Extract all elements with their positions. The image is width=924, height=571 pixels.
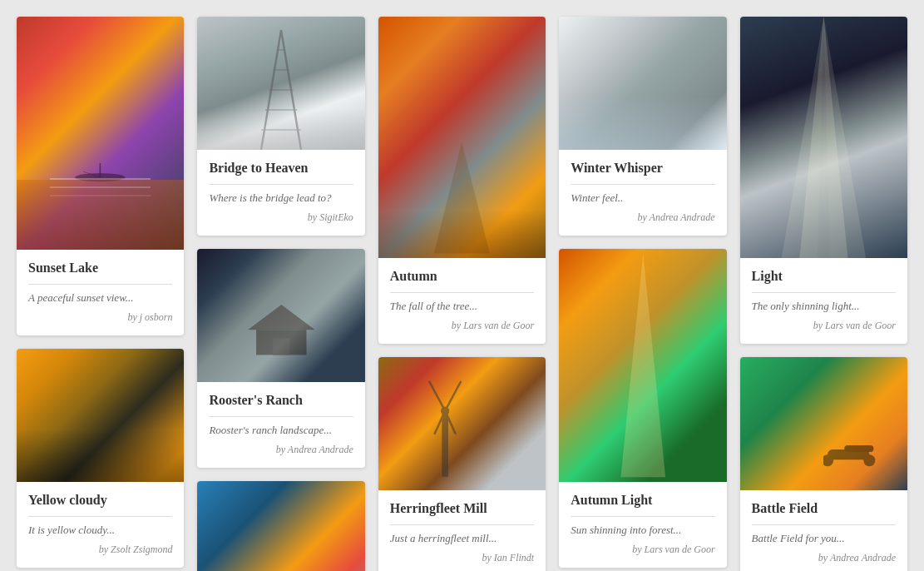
- card-author-autumn: by Lars van de Goor: [390, 320, 534, 332]
- card-winter-whisper[interactable]: Winter Whisper Winter feel.. by Andrea A…: [559, 17, 726, 236]
- card-title-winter-whisper: Winter Whisper: [571, 160, 714, 185]
- card-body-light: Light The only shinning light... by Lars…: [740, 258, 907, 344]
- card-body-winter-whisper: Winter Whisper Winter feel.. by Andrea A…: [559, 150, 726, 236]
- card-body-bridge-to-heaven: Bridge to Heaven Where is the bridge lea…: [197, 150, 364, 236]
- card-roosters-ranch[interactable]: Rooster's Ranch Rooster's ranch landscap…: [197, 249, 364, 468]
- card-description-battle-field: Battle Field for you...: [752, 532, 896, 545]
- card-description-sunset-lake: A peaceful sunset view...: [28, 291, 172, 305]
- card-title-autumn-light: Autumn Light: [571, 492, 714, 517]
- card-description-light: The only shinning light...: [752, 300, 896, 313]
- card-image-roosters-ranch: [197, 249, 364, 382]
- svg-marker-20: [620, 254, 665, 478]
- card-image-bridge-to-heaven: [197, 17, 364, 150]
- card-image-light: [740, 17, 907, 258]
- card-body-roosters-ranch: Rooster's Ranch Rooster's ranch landscap…: [197, 382, 364, 468]
- card-description-autumn: The fall of the tree...: [390, 300, 534, 313]
- card-title-light: Light: [752, 268, 896, 293]
- card-body-yellow-cloudy: Yellow cloudy It is yellow cloudy... by …: [17, 482, 184, 568]
- card-image-sundays-sunset: [197, 481, 364, 571]
- card-author-roosters-ranch: by Andrea Andrade: [209, 444, 353, 456]
- card-title-herringfleet-mill: Herringfleet Mill: [390, 500, 534, 525]
- card-body-sunset-lake: Sunset Lake A peaceful sunset view... by…: [17, 250, 184, 335]
- card-author-herringfleet-mill: by Ian Flindt: [390, 552, 534, 564]
- card-image-autumn-light: [559, 249, 726, 482]
- card-description-yellow-cloudy: It is yellow cloudy...: [28, 524, 172, 537]
- svg-line-17: [445, 381, 461, 411]
- card-author-sunset-lake: by j osborn: [28, 311, 172, 324]
- card-author-winter-whisper: by Andrea Andrade: [571, 211, 714, 224]
- svg-rect-14: [442, 413, 448, 477]
- card-image-herringfleet-mill: [378, 357, 546, 490]
- card-author-yellow-cloudy: by Zsolt Zsigmond: [28, 544, 172, 556]
- photo-grid: Sunset Lake A peaceful sunset view... by…: [17, 17, 907, 571]
- card-title-autumn: Autumn: [390, 268, 534, 293]
- card-title-yellow-cloudy: Yellow cloudy: [28, 492, 172, 517]
- card-autumn[interactable]: Autumn The fall of the tree... by Lars v…: [378, 17, 546, 344]
- card-title-battle-field: Battle Field: [752, 500, 896, 525]
- svg-rect-12: [273, 339, 289, 355]
- card-body-autumn-light: Autumn Light Sun shinning into forest...…: [559, 482, 726, 568]
- card-sunset-lake[interactable]: Sunset Lake A peaceful sunset view... by…: [17, 17, 184, 335]
- card-herringfleet-mill[interactable]: Herringfleet Mill Just a herringfleet mi…: [378, 357, 546, 571]
- svg-marker-22: [782, 17, 824, 258]
- svg-marker-10: [248, 305, 315, 330]
- card-image-sunset-lake: [17, 17, 184, 250]
- card-image-battle-field: [740, 357, 907, 490]
- card-image-yellow-cloudy: [17, 349, 184, 482]
- svg-marker-23: [823, 17, 866, 258]
- card-body-autumn: Autumn The fall of the tree... by Lars v…: [378, 258, 546, 344]
- card-bridge-to-heaven[interactable]: Bridge to Heaven Where is the bridge lea…: [197, 17, 364, 236]
- card-battle-field[interactable]: Battle Field Battle Field for you... by …: [740, 357, 907, 571]
- card-body-battle-field: Battle Field Battle Field for you... by …: [740, 490, 907, 571]
- card-title-roosters-ranch: Rooster's Ranch: [209, 392, 353, 417]
- card-image-autumn: [378, 17, 546, 258]
- card-description-roosters-ranch: Rooster's ranch landscape...: [209, 424, 353, 437]
- svg-rect-27: [844, 445, 873, 452]
- card-description-herringfleet-mill: Just a herringfleet mill...: [390, 532, 534, 545]
- card-autumn-light[interactable]: Autumn Light Sun shinning into forest...…: [559, 249, 726, 568]
- card-author-battle-field: by Andrea Andrade: [752, 552, 896, 564]
- card-description-autumn-light: Sun shinning into forest...: [571, 524, 714, 537]
- svg-point-26: [864, 454, 876, 466]
- card-author-autumn-light: by Lars van de Goor: [571, 544, 714, 556]
- card-light[interactable]: Light The only shinning light... by Lars…: [740, 17, 907, 344]
- card-body-herringfleet-mill: Herringfleet Mill Just a herringfleet mi…: [378, 490, 546, 571]
- card-yellow-cloudy[interactable]: Yellow cloudy It is yellow cloudy... by …: [17, 349, 184, 568]
- card-description-winter-whisper: Winter feel..: [571, 191, 714, 205]
- card-description-bridge-to-heaven: Where is the bridge lead to?: [209, 191, 353, 205]
- svg-line-16: [429, 381, 445, 411]
- card-author-bridge-to-heaven: by SigitEko: [209, 211, 353, 224]
- card-sundays-sunset[interactable]: Sundays Sunset ... by Zsolt Zsigmond: [197, 481, 364, 571]
- card-image-winter-whisper: [559, 17, 726, 150]
- card-title-sunset-lake: Sunset Lake: [28, 260, 172, 285]
- card-author-light: by Lars van de Goor: [752, 320, 896, 332]
- card-title-bridge-to-heaven: Bridge to Heaven: [209, 160, 353, 185]
